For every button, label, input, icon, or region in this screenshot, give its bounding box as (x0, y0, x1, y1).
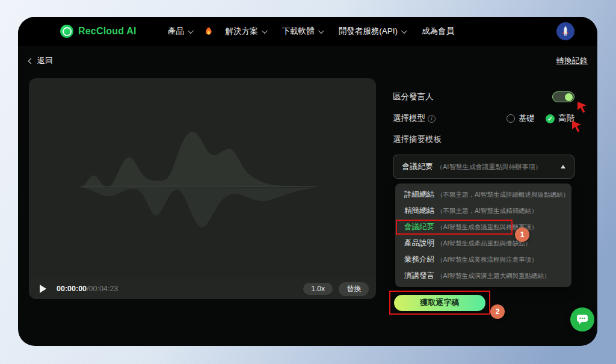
dropdown-item-detailed-summary[interactable]: 詳細總結 （不限主題，AI智慧生成詳細概述與論點總結） (395, 187, 571, 203)
chevron-down-icon (401, 28, 407, 34)
dropdown-item-product-description[interactable]: 產品說明 （AI智慧生成產品重點與優缺點） (395, 235, 571, 251)
nav-item-solutions[interactable]: 解決方案 (226, 26, 266, 37)
selected-template-detail: （AI智慧生成會議重點與待辦事項） (436, 162, 541, 171)
speaker-label: 區分發言人 (393, 91, 434, 102)
radio-advanced[interactable]: ✓ 高階 (546, 113, 574, 124)
play-button[interactable] (36, 282, 49, 295)
nav-item-label: 開發者服務(API) (339, 26, 398, 37)
template-dropdown: 詳細總結 （不限主題，AI智慧生成詳細概述與論點總結） 精簡總結 （不限主題，A… (395, 184, 571, 287)
replace-file-button[interactable]: 替換 (339, 282, 369, 296)
navbar: RecCloud AI 產品 解決方案 下載軟體 開發者服務(API) (18, 17, 597, 46)
chevron-down-icon (188, 28, 194, 34)
item-name: 詳細總結 (404, 190, 434, 200)
speaker-toggle[interactable] (552, 91, 574, 102)
app-panel: RecCloud AI 產品 解決方案 下載軟體 開發者服務(API) (18, 17, 597, 346)
info-icon[interactable]: i (428, 115, 436, 123)
dropdown-item-business-intro[interactable]: 業務介紹 （AI智慧生成業務流程與注意事項） (395, 251, 571, 268)
playback-speed-button[interactable]: 1.0x (303, 283, 333, 295)
item-name: 會議紀要 (404, 222, 434, 232)
user-avatar[interactable] (556, 22, 574, 40)
model-label: 選擇模型 i (393, 113, 436, 124)
red-cursor-arrow-2 (571, 120, 583, 132)
model-label-text: 選擇模型 (393, 113, 425, 124)
toolbar: 返回 轉換記錄 (29, 55, 588, 66)
toggle-knob (565, 93, 573, 101)
reccloud-logo-icon (60, 25, 73, 38)
radio-label: 基礎 (519, 113, 535, 124)
total-duration: /00:04:23 (87, 285, 118, 293)
back-button[interactable]: 返回 (29, 55, 53, 66)
chat-bubble-icon (576, 314, 588, 325)
get-transcript-button[interactable]: 獲取逐字稿 (394, 295, 485, 311)
dropdown-item-brief-summary[interactable]: 精簡總結 （不限主題，AI智慧生成精簡總結） (395, 203, 571, 219)
dropdown-item-speech[interactable]: 演講發言 （AI智慧生成演講主題大綱與重點總結） (395, 268, 571, 284)
brand[interactable]: RecCloud AI (60, 25, 137, 38)
nav-item-label: 產品 (168, 26, 184, 37)
item-detail: （不限主題，AI智慧生成精簡總結） (437, 207, 537, 215)
back-label: 返回 (37, 55, 53, 66)
dropdown-item-meeting-minutes[interactable]: 會議紀要 （AI智慧生成會議重點與待辦事項） (395, 219, 571, 235)
item-detail: （AI智慧生成業務流程與注意事項） (437, 256, 537, 264)
waveform-graphic (29, 78, 376, 279)
nav-item-label: 解決方案 (226, 26, 258, 37)
speaker-row: 區分發言人 (393, 91, 574, 102)
nav-item-label: 下載軟體 (282, 26, 315, 37)
chat-support-button[interactable] (570, 307, 594, 332)
template-select[interactable]: 會議紀要 （AI智慧生成會議重點與待辦事項） (393, 155, 574, 179)
chevron-down-icon (262, 28, 268, 34)
item-name: 業務介紹 (404, 254, 434, 265)
item-name: 演講發言 (404, 271, 434, 281)
audio-player: 00:00:00/00:04:23 1.0x 替換 (29, 78, 376, 299)
model-row: 選擇模型 i 基礎 ✓ 高階 (393, 113, 574, 124)
brand-name: RecCloud AI (78, 26, 137, 37)
step-badge-1: 1 (515, 227, 529, 242)
play-icon (40, 285, 46, 293)
nav-item-membership[interactable]: 成為會員 (422, 26, 454, 37)
chevron-left-icon (28, 58, 34, 64)
template-label: 選擇摘要模板 (393, 134, 574, 145)
nav-item-developer-api[interactable]: 開發者服務(API) (339, 26, 405, 37)
red-cursor-arrow-1 (576, 101, 588, 113)
nav-item-products[interactable]: 產品 (168, 26, 192, 37)
nav-item-downloads[interactable]: 下載軟體 (282, 26, 322, 37)
annotation-box-2: 獲取逐字稿 (389, 291, 490, 315)
player-controls: 00:00:00/00:04:23 1.0x 替換 (29, 279, 376, 299)
chevron-down-icon (318, 28, 324, 34)
rocket-icon (560, 25, 571, 37)
item-detail: （AI智慧生成產品重點與優缺點） (437, 239, 531, 248)
item-detail: （AI智慧生成演講主題大綱與重點總結） (437, 272, 550, 280)
flame-icon (205, 26, 213, 36)
selected-template-name: 會議紀要 (402, 161, 433, 172)
item-name: 產品說明 (404, 238, 434, 248)
waveform[interactable] (29, 78, 376, 279)
item-name: 精簡總結 (404, 206, 434, 216)
settings-panel: 區分發言人 選擇模型 i 基礎 ✓ 高階 選擇摘要模板 (393, 91, 574, 315)
conversion-records-link[interactable]: 轉換記錄 (556, 55, 588, 66)
radio-checked-icon: ✓ (546, 114, 555, 123)
nav-item-label: 成為會員 (422, 26, 454, 37)
current-time: 00:00:00 (57, 285, 87, 293)
nav-menu: 產品 解決方案 下載軟體 開發者服務(API) 成為會員 (168, 26, 454, 37)
step-badge-2: 2 (490, 304, 505, 319)
time-display: 00:00:00/00:04:23 (57, 285, 118, 293)
nav-right (556, 22, 574, 40)
radio-unchecked-icon (507, 114, 515, 123)
model-options: 基礎 ✓ 高階 (507, 113, 574, 124)
radio-basic[interactable]: 基礎 (507, 113, 535, 124)
caret-up-icon (561, 165, 565, 168)
item-detail: （不限主題，AI智慧生成詳細概述與論點總結） (437, 191, 569, 199)
